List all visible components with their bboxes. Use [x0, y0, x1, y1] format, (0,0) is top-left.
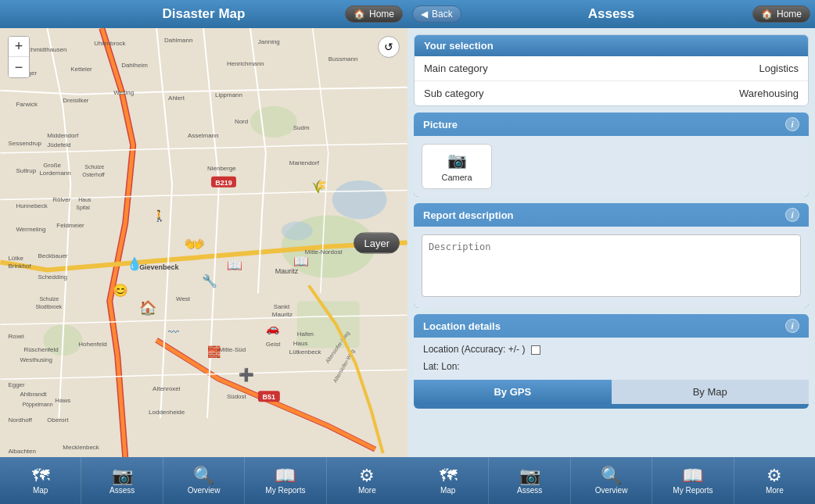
svg-text:Janning: Janning	[258, 38, 280, 45]
svg-text:Wermeling: Wermeling	[16, 226, 45, 233]
svg-text:Osterhoff: Osterhoff	[82, 172, 105, 177]
svg-text:🌾: 🌾	[311, 179, 327, 194]
zoom-out-button[interactable]: −	[9, 57, 29, 77]
svg-text:Mariendorf: Mariendorf	[289, 159, 320, 166]
svg-text:Nordhoff: Nordhoff	[8, 416, 32, 424]
location-details-section: Location details i Location (Accuracy: +…	[414, 314, 809, 409]
right-overview-tab-icon: 🔍	[601, 467, 622, 484]
right-myreports-tab-icon: 📖	[682, 467, 703, 484]
svg-text:Schmidthausen: Schmidthausen	[23, 46, 66, 53]
left-tab-myreports[interactable]: 📖 My Reports	[245, 457, 326, 504]
svg-text:Dahlmann: Dahlmann	[164, 37, 192, 44]
svg-point-2	[250, 106, 297, 138]
right-tab-assess-label: Assess	[517, 486, 542, 495]
svg-text:Uhlenbrock: Uhlenbrock	[94, 40, 125, 47]
assess-tab-icon: 📷	[112, 467, 133, 484]
svg-text:Dahlheim: Dahlheim	[121, 62, 148, 69]
svg-text:Lütke: Lütke	[8, 255, 23, 262]
more-tab-icon: ⚙	[359, 467, 375, 484]
svg-text:Stodtbroek: Stodtbroek	[35, 304, 62, 309]
back-button[interactable]: ◀ Back	[412, 5, 461, 23]
svg-text:Rölver: Rölver	[52, 196, 70, 203]
left-home-button[interactable]: 🏠 Home	[345, 5, 403, 23]
svg-text:🧱: 🧱	[207, 345, 221, 359]
svg-point-6	[282, 222, 313, 241]
picture-header: Picture i	[414, 113, 809, 136]
location-details-title: Location details	[423, 320, 501, 332]
main-category-value: Logistics	[759, 63, 799, 74]
right-tab-assess[interactable]: 📷 Assess	[489, 457, 570, 504]
svg-text:Roxel: Roxel	[8, 333, 24, 340]
svg-text:Hohenfeld: Hohenfeld	[78, 341, 106, 348]
selection-header: Your selection	[415, 35, 808, 56]
right-tab-overview[interactable]: 🔍 Overview	[571, 457, 652, 504]
camera-button[interactable]: 📷 Camera	[422, 144, 492, 189]
left-tab-more-label: More	[358, 486, 376, 495]
right-tab-myreports-label: My Reports	[673, 486, 713, 495]
svg-text:Spital: Spital	[76, 205, 90, 211]
map-area[interactable]: B219 B51 Schmidthausen Uhlenbrock Dahlma…	[0, 28, 408, 457]
right-content: Your selection Main category Logistics S…	[408, 28, 815, 457]
svg-text:Haws: Haws	[55, 397, 70, 404]
svg-text:😊: 😊	[113, 283, 128, 298]
svg-text:Westhusing: Westhusing	[20, 356, 52, 363]
report-description-section: Report description i	[414, 203, 809, 308]
svg-text:Altenroxel: Altenroxel	[153, 385, 181, 392]
svg-text:Jüdefeld: Jüdefeld	[47, 141, 70, 148]
right-home-button[interactable]: 🏠 Home	[752, 5, 810, 23]
description-textarea[interactable]	[422, 234, 801, 297]
report-description-header: Report description i	[414, 203, 809, 227]
right-tab-overview-label: Overview	[595, 486, 628, 495]
svg-text:Pöppelmann: Pöppelmann	[22, 402, 52, 408]
location-accuracy-text: Location (Accuracy: +/- )	[414, 338, 809, 355]
svg-text:Mitte-Nordost: Mitte-Nordost	[305, 248, 343, 256]
svg-text:🏠: 🏠	[139, 299, 157, 316]
svg-text:🔧: 🔧	[202, 273, 217, 288]
right-tab-more[interactable]: ⚙ More	[734, 457, 815, 504]
left-tab-map[interactable]: 🗺 Map	[0, 457, 81, 504]
right-tab-bar: 🗺 Map 📷 Assess 🔍 Overview 📖 My Reports ⚙…	[408, 457, 815, 504]
left-header: Disaster Map 🏠 Home	[0, 0, 408, 28]
picture-info-icon[interactable]: i	[785, 117, 799, 131]
svg-text:Ahlert: Ahlert	[168, 95, 185, 102]
left-tab-assess-label: Assess	[110, 486, 135, 495]
picture-title: Picture	[423, 119, 458, 130]
svg-text:Geist: Geist	[266, 341, 281, 348]
right-tab-myreports[interactable]: 📖 My Reports	[652, 457, 734, 504]
left-tab-assess[interactable]: 📷 Assess	[81, 457, 163, 504]
svg-text:Südost: Südost	[227, 393, 247, 400]
right-home-icon: 🏠	[761, 9, 773, 20]
svg-text:Egger: Egger	[8, 381, 25, 388]
location-details-info-icon[interactable]: i	[785, 319, 799, 333]
back-arrow-icon: ◀	[421, 9, 428, 20]
compass-button[interactable]: ↺	[378, 36, 400, 58]
right-header: ◀ Back Assess 🏠 Home	[408, 0, 815, 28]
report-description-info-icon[interactable]: i	[785, 208, 799, 222]
svg-text:Mauritz: Mauritz	[275, 267, 299, 275]
layer-button[interactable]: Layer	[354, 232, 400, 253]
svg-text:📖: 📖	[293, 254, 309, 269]
svg-text:Henrichmann: Henrichmann	[227, 60, 264, 67]
picture-section: Picture i 📷 Camera	[414, 113, 809, 197]
selection-section: Your selection Main category Logistics S…	[414, 34, 809, 106]
left-panel: Disaster Map 🏠 Home	[0, 0, 408, 504]
left-tab-overview[interactable]: 🔍 Overview	[163, 457, 245, 504]
svg-text:Dreisilker: Dreisilker	[63, 97, 89, 104]
by-gps-button[interactable]: By GPS	[414, 380, 612, 404]
location-checkbox[interactable]	[531, 345, 540, 355]
left-tab-myreports-label: My Reports	[265, 486, 305, 495]
main-category-label: Main category	[424, 63, 488, 74]
by-map-button[interactable]: By Map	[612, 380, 810, 404]
camera-icon: 📷	[447, 151, 467, 170]
right-assess-tab-icon: 📷	[519, 467, 540, 484]
svg-text:Sankt: Sankt	[274, 303, 290, 310]
svg-text:Oberort: Oberort	[47, 416, 69, 424]
svg-text:Gievenbeck: Gievenbeck	[139, 263, 178, 271]
right-tab-map[interactable]: 🗺 Map	[408, 457, 489, 504]
zoom-in-button[interactable]: +	[9, 37, 29, 57]
svg-text:Sessendrup: Sessendrup	[8, 140, 41, 147]
svg-text:〰: 〰	[168, 326, 179, 338]
svg-text:Schulze: Schulze	[39, 296, 59, 302]
svg-text:Rüschenfeld: Rüschenfeld	[23, 346, 58, 353]
left-tab-more[interactable]: ⚙ More	[327, 457, 408, 504]
